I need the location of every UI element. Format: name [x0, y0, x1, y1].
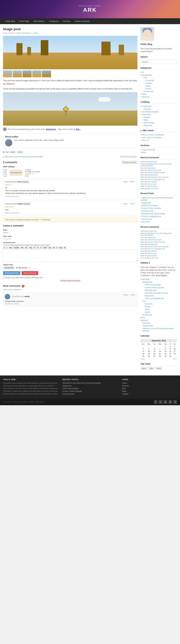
- social-gplus[interactable]: g+: [163, 400, 167, 404]
- thumb-2[interactable]: [13, 70, 22, 77]
- post-edit-link[interactable]: ✎ Edit...: [33, 32, 39, 34]
- toolbar-pre[interactable]: pre: [48, 246, 52, 249]
- cal-day-23[interactable]: 23: [168, 352, 172, 355]
- footer-item-blog[interactable]: Blog: [122, 388, 126, 390]
- toolbar-ol[interactable]: ol: [36, 246, 39, 249]
- toolbar-li[interactable]: li: [40, 246, 42, 249]
- cal-day-26[interactable]: 26: [146, 355, 152, 358]
- cal-prev[interactable]: « Aug: [140, 358, 145, 360]
- social-facebook[interactable]: f: [159, 400, 162, 404]
- toolbar-at[interactable]: at: [52, 246, 55, 249]
- thumb-3[interactable]: [23, 70, 32, 77]
- cal-day-5[interactable]: 5: [146, 348, 152, 350]
- next-post-link[interactable]: Child Post Example »: [120, 156, 137, 158]
- comment-feed-link[interactable]: Comment feed for this post: [60, 280, 80, 281]
- notify-checkbox[interactable]: [3, 276, 5, 278]
- footer-item-home[interactable]: Home: [122, 382, 127, 384]
- tag-photo[interactable]: photo: [155, 367, 162, 370]
- cal-next[interactable]: Oct »: [173, 358, 177, 360]
- cal-day-9[interactable]: 9: [168, 348, 172, 350]
- tag-photo[interactable]: photo: [17, 151, 24, 153]
- toolbar-img[interactable]: img: [29, 246, 33, 249]
- tag-b2ev[interactable]: b2ev: [148, 367, 155, 370]
- toolbar-ins[interactable]: ins: [24, 246, 28, 249]
- cal-day-27[interactable]: 27: [152, 355, 157, 358]
- cal-day-11[interactable]: 11: [140, 350, 146, 352]
- cal-day-8[interactable]: 8: [163, 348, 168, 350]
- footer-edit-link[interactable]: ✎ Edit...: [74, 128, 81, 130]
- footer-post-1[interactable]: Welcome to your b2evolution-powered webs…: [63, 382, 101, 384]
- toolbar-link[interactable]: link: [9, 246, 13, 249]
- toolbar-b[interactable]: b: [3, 246, 6, 249]
- cal-day-17[interactable]: 17: [172, 350, 177, 352]
- toolbar-lis[interactable]: lis: [63, 246, 66, 249]
- cal-day-22[interactable]: 22: [163, 352, 168, 355]
- nav-about-blog[interactable]: About Blog A: [31, 18, 47, 24]
- cal-day-10[interactable]: 10: [172, 348, 177, 350]
- send-comment-btn[interactable]: Send comment: [22, 271, 38, 275]
- cal-day-19[interactable]: 19: [146, 352, 152, 355]
- search-input[interactable]: [140, 60, 177, 64]
- cal-day-14[interactable]: 14: [157, 350, 163, 352]
- footer-post-3[interactable]: Child Post Example: [63, 388, 78, 390]
- toolbar-del[interactable]: del: [20, 246, 24, 249]
- thumb-4[interactable]: [32, 70, 41, 77]
- cal-day-29[interactable]: 29: [163, 355, 168, 358]
- footer-item-contact[interactable]: Contact: [122, 393, 128, 395]
- cal-day-2[interactable]: 2: [168, 345, 172, 348]
- cal-day-21[interactable]: 21: [157, 352, 163, 355]
- social-linkedin[interactable]: in: [168, 400, 172, 404]
- footer-post-4[interactable]: Custom Fields Example: [63, 390, 82, 392]
- nav-archives[interactable]: Archives: [61, 18, 73, 24]
- toolbar-bquote[interactable]: b-quote: [13, 246, 20, 249]
- tag-demo[interactable]: demo: [10, 151, 16, 153]
- cal-day-28[interactable]: 28: [157, 355, 163, 358]
- cal-day-3[interactable]: 3: [172, 345, 177, 348]
- footer-post-2[interactable]: Image post: [63, 385, 71, 387]
- footer-post-5[interactable]: Extended post: [63, 393, 74, 395]
- cal-day-6[interactable]: 6: [152, 348, 157, 350]
- cal-day-24[interactable]: 24: [172, 352, 177, 355]
- toolbar-img2[interactable]: img: [59, 246, 63, 249]
- cal-day-30[interactable]: 30: [168, 355, 172, 358]
- choose-file-btn[interactable]: Choose File: [3, 266, 15, 269]
- footer-item-news[interactable]: News: [122, 390, 127, 392]
- cal-day-16[interactable]: 16: [168, 350, 172, 352]
- thumb-1[interactable]: [3, 70, 12, 77]
- toolbar-i[interactable]: i: [6, 246, 8, 249]
- cal-day-7[interactable]: 7: [157, 348, 163, 350]
- footer-category-link[interactable]: Background: [46, 128, 56, 130]
- add-meta-link[interactable]: Add a meta comment »: [3, 288, 22, 291]
- social-twitter[interactable]: t: [154, 400, 157, 404]
- cal-day-18[interactable]: 18: [140, 352, 146, 355]
- nav-categories[interactable]: Categories: [47, 18, 61, 24]
- cal-day-20[interactable]: 20: [152, 352, 157, 355]
- prev-post-link[interactable]: « Welcome to your b2evolution-powered we…: [3, 156, 43, 158]
- comment-textarea[interactable]: [3, 250, 137, 262]
- toolbar-ul[interactable]: ul: [33, 246, 36, 249]
- meta-comments-button[interactable]: 4 meta comments: [121, 161, 137, 164]
- cal-day-4[interactable]: 4: [140, 348, 146, 350]
- post-category-link[interactable]: Background: [22, 32, 31, 34]
- cal-day-12[interactable]: 12: [146, 350, 152, 352]
- thumb-5[interactable]: [42, 70, 51, 77]
- comment-2-reply[interactable]: Reply: [123, 203, 128, 204]
- nav-front-page[interactable]: Front Page: [17, 18, 31, 24]
- comment-1-reply[interactable]: Reply: [123, 181, 128, 182]
- preview-add-btn[interactable]: Preview/Add file: [3, 271, 20, 275]
- nav-latest-comments[interactable]: Latest comments: [73, 18, 92, 24]
- meta-edit-link[interactable]: ✎ Edit...: [130, 294, 136, 296]
- social-linkedin2[interactable]: in: [173, 400, 177, 404]
- nav-public-blog[interactable]: Public Blog: [3, 18, 17, 24]
- cal-day-25[interactable]: 25: [140, 355, 146, 358]
- tag-demo[interactable]: demo: [140, 367, 147, 370]
- cal-day-15[interactable]: 15: [163, 350, 168, 352]
- toolbar-code[interactable]: code: [42, 246, 48, 249]
- cal-day-13[interactable]: 13: [152, 350, 157, 352]
- meta-delete-link[interactable]: Delete: [123, 294, 128, 296]
- comment-2-edit[interactable]: ✎ Edit...: [129, 203, 135, 204]
- toolbar-hash[interactable]: #: [56, 246, 58, 249]
- comment-1-edit[interactable]: ✎ Edit...: [129, 181, 135, 182]
- footer-item-services[interactable]: Services: [122, 385, 129, 387]
- cal-day-1[interactable]: 1: [163, 345, 168, 348]
